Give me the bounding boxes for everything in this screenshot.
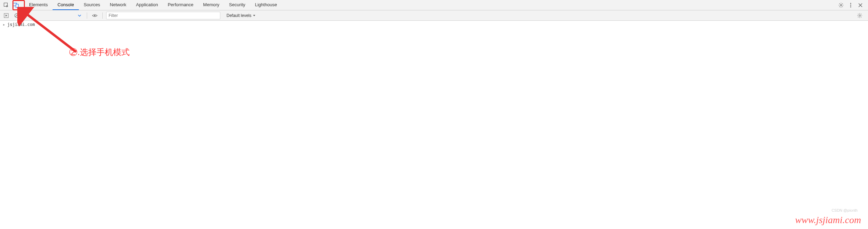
- tab-elements[interactable]: Elements: [24, 0, 53, 10]
- gear-icon[interactable]: [837, 0, 845, 10]
- svg-line-9: [842, 6, 843, 7]
- svg-point-13: [850, 4, 851, 6]
- devtools-tab-bar: Elements Console Sources Network Applica…: [0, 0, 868, 10]
- svg-line-28: [858, 17, 859, 17]
- toolbar-divider: [87, 12, 87, 19]
- device-toggle-icon[interactable]: [11, 0, 21, 10]
- log-levels-selector[interactable]: Default levels: [227, 13, 256, 18]
- annotation-label: ②.选择手机模式: [69, 47, 130, 58]
- more-icon[interactable]: [847, 0, 855, 10]
- tab-sources[interactable]: Sources: [79, 0, 105, 10]
- log-levels-label: Default levels: [227, 13, 251, 18]
- svg-point-14: [850, 6, 851, 7]
- svg-line-11: [842, 3, 843, 4]
- tab-list: Elements Console Sources Network Applica…: [24, 0, 282, 10]
- tab-lighthouse[interactable]: Lighthouse: [250, 0, 282, 10]
- svg-line-26: [858, 14, 859, 15]
- tab-performance[interactable]: Performance: [163, 0, 198, 10]
- svg-point-12: [850, 3, 851, 4]
- watermark-primary: www.jsjiami.com: [795, 214, 861, 226]
- chevron-down-icon: [253, 15, 256, 17]
- close-icon[interactable]: [856, 0, 865, 10]
- eye-icon[interactable]: [91, 11, 99, 20]
- svg-point-3: [840, 4, 842, 6]
- svg-point-20: [94, 15, 95, 16]
- inspect-element-icon[interactable]: [1, 0, 11, 10]
- tab-memory[interactable]: Memory: [198, 0, 224, 10]
- svg-line-27: [861, 17, 862, 17]
- svg-point-21: [859, 15, 860, 16]
- chevron-down-icon: [78, 15, 81, 17]
- filter-input[interactable]: [106, 12, 220, 19]
- console-line[interactable]: ▸ jsjiami.com: [3, 22, 865, 27]
- tab-bar-right-controls: [837, 0, 867, 10]
- svg-line-8: [839, 3, 840, 4]
- console-message: jsjiami.com: [7, 22, 35, 27]
- tab-network[interactable]: Network: [105, 0, 131, 10]
- tab-security[interactable]: Security: [224, 0, 250, 10]
- expand-arrow-icon[interactable]: ▸: [3, 22, 5, 27]
- gear-icon[interactable]: [856, 11, 864, 20]
- console-output: ▸ jsjiami.com: [0, 21, 868, 28]
- context-selector[interactable]: [28, 12, 83, 19]
- svg-line-19: [16, 14, 18, 17]
- tab-console[interactable]: Console: [53, 0, 79, 10]
- svg-line-10: [839, 6, 840, 7]
- watermark-secondary: CSDN @pionth: [832, 208, 858, 212]
- svg-line-29: [861, 14, 862, 15]
- tab-application[interactable]: Application: [131, 0, 163, 10]
- toolbar-divider: [24, 12, 25, 19]
- toolbar-divider: [102, 12, 103, 19]
- svg-rect-2: [16, 4, 18, 8]
- execute-icon[interactable]: [2, 11, 10, 20]
- console-toolbar: Default levels: [0, 10, 868, 21]
- clear-console-icon[interactable]: [12, 11, 21, 20]
